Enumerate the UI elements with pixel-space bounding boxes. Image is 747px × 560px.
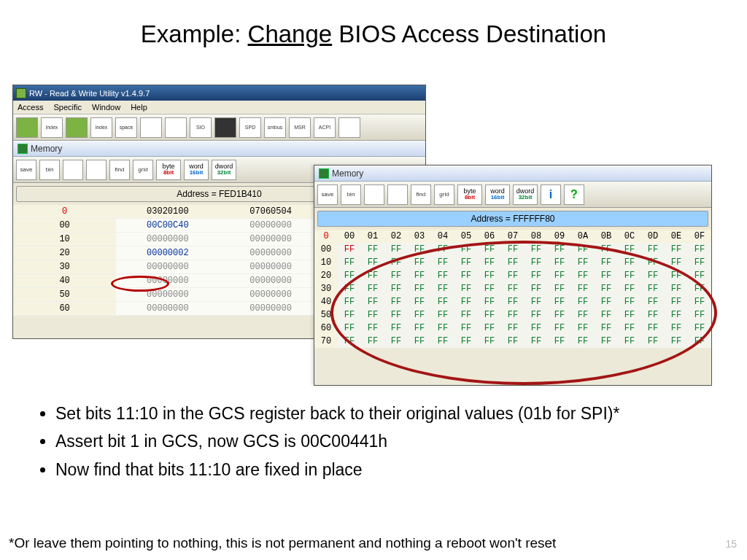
menubar: AccessSpecificWindowHelp (13, 101, 425, 114)
rw-utility-window-right: Memory savebinfindgridbyte8bitword16bitd… (314, 165, 712, 386)
view-dword-button[interactable]: dword32bit (212, 160, 236, 180)
subtool-grid[interactable]: grid (133, 160, 153, 180)
menu-window[interactable]: Window (92, 103, 120, 112)
bullet-item: Set bits 11:10 in the GCS register back … (55, 402, 706, 424)
menu-specific[interactable]: Specific (53, 103, 82, 112)
main-toolbar: indexindexspaceSIOSPDsmbusMSRACPI (13, 114, 425, 141)
window-title: RW - Read & Write Utility v1.4.9.7 (29, 89, 150, 98)
toolbar-btn-1[interactable]: index (41, 117, 63, 138)
menu-help[interactable]: Help (131, 103, 147, 112)
subtool-bin[interactable]: bin (39, 160, 60, 180)
bullet-item: Assert bit 1 in GCS, now GCS is 00C00441… (55, 430, 706, 452)
footnote: *Or leave them pointing to nothing, this… (9, 535, 556, 551)
memory-pane-header: Memory (314, 166, 711, 182)
toolbar-btn-4[interactable]: space (115, 117, 137, 138)
byte-hex-table: 0000102030405060708090A0B0C0D0E0F00FFFFF… (314, 230, 711, 348)
view-word-button[interactable]: word16bit (485, 184, 510, 205)
view-word-button[interactable]: word16bit (184, 160, 209, 180)
toolbar-btn-6[interactable] (165, 117, 187, 138)
subtool-bin[interactable]: bin (341, 184, 361, 205)
toolbar-btn-12[interactable]: ACPI (314, 117, 336, 138)
subtool-save[interactable]: save (317, 184, 338, 205)
toolbar-btn-10[interactable]: smbus (264, 117, 286, 138)
info-icon[interactable]: i (541, 184, 561, 205)
bullet-list: Set bits 11:10 in the GCS register back … (35, 402, 706, 486)
subtool-grid[interactable]: grid (434, 184, 454, 205)
subtool-find[interactable]: find (411, 184, 431, 205)
memory-pane-header: Memory (13, 141, 425, 157)
toolbar-btn-5[interactable] (140, 117, 162, 138)
view-byte-button[interactable]: byte8bit (457, 184, 482, 205)
memory-icon (319, 168, 329, 179)
bullet-item: Now find that bits 11:10 are fixed in pl… (55, 459, 706, 481)
subtool-2[interactable] (63, 160, 83, 180)
toolbar-btn-3[interactable]: index (90, 117, 112, 138)
toolbar-btn-0[interactable] (16, 117, 38, 138)
toolbar-btn-13[interactable] (338, 117, 360, 138)
toolbar-btn-8[interactable] (214, 117, 236, 138)
address-field-right[interactable]: Address = FFFFFF80 (317, 211, 708, 227)
subtool-3[interactable] (86, 160, 107, 180)
page-number: 15 (725, 538, 737, 550)
help-icon[interactable]: ? (564, 184, 584, 205)
titlebar[interactable]: RW - Read & Write Utility v1.4.9.7 (13, 85, 425, 101)
memory-icon (18, 144, 28, 154)
toolbar-btn-7[interactable]: SIO (190, 117, 212, 138)
app-icon (16, 88, 26, 98)
view-dword-button[interactable]: dword32bit (513, 184, 538, 205)
subtool-save[interactable]: save (16, 160, 36, 180)
subtool-find[interactable]: find (109, 160, 130, 180)
slide-title: Example: Change BIOS Access Destination (0, 20, 747, 48)
memory-toolbar: savebinfindgridbyte8bitword16bitdword32b… (314, 182, 711, 208)
subtool-3[interactable] (387, 184, 408, 205)
menu-access[interactable]: Access (18, 103, 43, 112)
toolbar-btn-2[interactable] (66, 117, 88, 138)
view-byte-button[interactable]: byte8bit (156, 160, 181, 180)
toolbar-btn-11[interactable]: MSR (289, 117, 311, 138)
toolbar-btn-9[interactable]: SPD (239, 117, 261, 138)
subtool-2[interactable] (364, 184, 384, 205)
